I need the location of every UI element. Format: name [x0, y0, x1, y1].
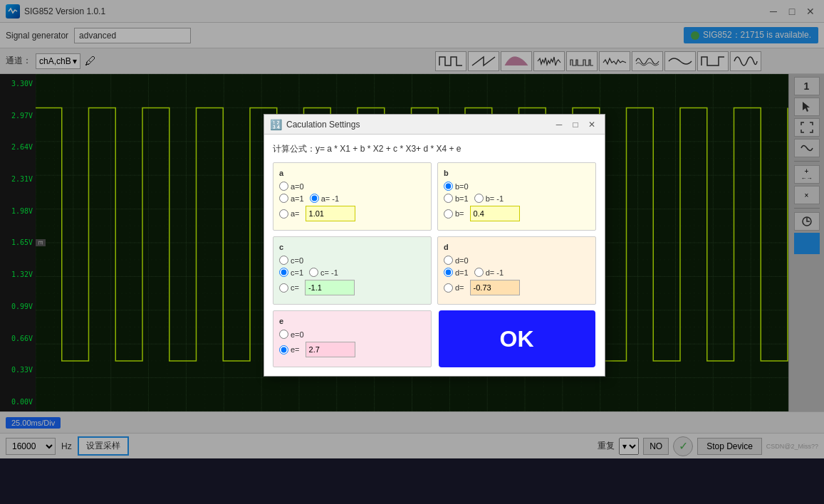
zoom-out-btn[interactable]: × — [794, 186, 820, 204]
param-d-title: d — [444, 243, 590, 251]
param-a-title: a — [279, 169, 425, 177]
check-button[interactable]: ✓ — [673, 436, 693, 456]
y-label-9: 0.33V — [3, 366, 33, 374]
ref-btn[interactable] — [794, 212, 820, 231]
param-a-one-radio[interactable] — [279, 194, 288, 203]
ok-button[interactable]: OK — [439, 310, 595, 367]
param-b-custom-radio[interactable] — [444, 209, 453, 219]
param-a-zero-radio[interactable] — [279, 182, 288, 191]
param-b-custom[interactable]: b= — [444, 209, 464, 219]
param-e-zero[interactable]: e=0 — [279, 330, 304, 339]
dialog-icon: 🔢 — [270, 119, 282, 130]
watermark: CSDN@2_Miss?? — [766, 443, 818, 450]
dialog-maximize-btn[interactable]: □ — [568, 117, 583, 132]
param-c-zero-radio[interactable] — [279, 256, 288, 265]
sine-wave-icon[interactable] — [664, 51, 696, 71]
pulse-wave-icon[interactable] — [566, 51, 598, 71]
param-c-minus-one[interactable]: c= -1 — [309, 268, 338, 277]
param-c-custom[interactable]: c= — [279, 283, 299, 293]
arbitrary-wave-icon[interactable] — [599, 51, 630, 71]
mode-input[interactable] — [74, 28, 191, 43]
dialog-close-btn[interactable]: ✕ — [585, 117, 599, 132]
param-e-zero-radio[interactable] — [279, 330, 288, 339]
app-logo — [6, 4, 20, 19]
pen-icon[interactable]: 🖊 — [85, 55, 96, 68]
param-d-box: d d=0 d=1 d= -1 d= — [437, 236, 596, 305]
formula-text: 计算公式：y= a * X1 + b * X2 + c * X3+ d * X4… — [273, 143, 596, 155]
noise-wave-icon[interactable] — [533, 51, 565, 71]
param-c-minus-radio[interactable] — [309, 268, 318, 277]
param-b-title: b — [444, 169, 590, 177]
param-b-one[interactable]: b=1 — [444, 194, 469, 203]
channel-value: chA,chB — [39, 56, 71, 66]
no-button[interactable]: NO — [643, 438, 669, 455]
param-a-input[interactable] — [306, 206, 355, 221]
close-button[interactable]: ✕ — [803, 4, 818, 19]
main-toolbar: Signal generator SIG852：21715 is availab… — [0, 23, 824, 48]
channel-select[interactable]: chA,chB ▾ — [36, 53, 80, 69]
frequency-select[interactable]: 16000 8000 4000 — [6, 438, 56, 455]
param-d-minus-radio[interactable] — [474, 268, 484, 277]
triangle-wave-icon[interactable] — [501, 51, 532, 71]
window-controls: ─ □ ✕ — [766, 4, 818, 19]
square-pulse-icon[interactable] — [697, 51, 729, 71]
repeat-label: 重复 — [598, 440, 615, 452]
param-b-zero[interactable]: b=0 — [444, 182, 469, 191]
param-d-custom-radio[interactable] — [444, 283, 453, 293]
param-c-one-radio[interactable] — [279, 268, 288, 277]
param-b-minus-radio[interactable] — [474, 194, 484, 203]
zoom-auto-btn[interactable] — [794, 118, 820, 137]
param-c-input[interactable] — [305, 280, 355, 295]
param-a-custom[interactable]: a= — [279, 209, 300, 219]
ramp-wave-icon[interactable] — [468, 51, 499, 71]
param-a-minus-one[interactable]: a= -1 — [310, 194, 339, 203]
param-b-input[interactable] — [470, 206, 520, 221]
param-d-one-radio[interactable] — [444, 268, 453, 277]
zoom-in-btn[interactable]: + ←→ — [794, 165, 820, 184]
y-label-0: 3.30V — [3, 80, 33, 88]
param-a-row2: a=1 a= -1 — [279, 194, 425, 203]
param-c-row1: c=0 — [279, 256, 425, 265]
param-a-minus-radio[interactable] — [310, 194, 319, 203]
channel-toolbar: 通道： chA,chB ▾ 🖊 — [0, 48, 824, 74]
param-e-custom-radio[interactable] — [279, 345, 288, 355]
minimize-button[interactable]: ─ — [766, 4, 781, 19]
param-d-zero-radio[interactable] — [444, 256, 453, 265]
square-wave-icon[interactable] — [435, 51, 466, 71]
param-d-custom[interactable]: d= — [444, 283, 464, 293]
param-e-input[interactable] — [306, 342, 355, 357]
stop-device-button[interactable]: Stop Device — [697, 438, 762, 455]
param-c-custom-radio[interactable] — [279, 283, 288, 293]
param-c-zero[interactable]: c=0 — [279, 256, 303, 265]
param-b-one-radio[interactable] — [444, 194, 453, 203]
param-c-one[interactable]: c=1 — [279, 268, 303, 277]
param-a-custom-radio[interactable] — [279, 209, 288, 219]
maximize-button[interactable]: □ — [784, 4, 800, 19]
set-sample-button[interactable]: 设置采样 — [78, 436, 129, 456]
wave-view-btn[interactable] — [794, 139, 820, 157]
param-b-minus-one[interactable]: b= -1 — [474, 194, 504, 203]
param-a-one[interactable]: a=1 — [279, 194, 304, 203]
param-d-input[interactable] — [470, 280, 520, 295]
param-d-minus-one[interactable]: d= -1 — [474, 268, 504, 277]
dialog-controls: ─ □ ✕ — [552, 117, 599, 132]
cursor-btn[interactable] — [794, 98, 820, 116]
y-label-5: 1.65V — [3, 238, 33, 246]
param-d-one[interactable]: d=1 — [444, 268, 469, 277]
sine-curve-icon[interactable] — [730, 51, 761, 71]
multi-sine-icon[interactable] — [632, 51, 663, 71]
param-a-zero[interactable]: a=0 — [279, 182, 304, 191]
chevron-down-icon: ▾ — [73, 56, 77, 66]
param-d-zero[interactable]: d=0 — [444, 256, 469, 265]
sidebar-number: 1 — [794, 77, 820, 95]
y-axis: 3.30V 2.97V 2.64V 2.31V 1.98V 1.65V 1.32… — [0, 74, 36, 411]
repeat-select[interactable]: ▾ — [619, 438, 639, 455]
param-b-zero-radio[interactable] — [444, 182, 453, 191]
param-e-custom[interactable]: e= — [279, 345, 300, 355]
signal-generator-label: Signal generator — [6, 31, 68, 41]
time-display: 25.00ms/Div — [6, 417, 61, 429]
y-label-4: 1.98V — [3, 207, 33, 215]
dialog-minimize-btn[interactable]: ─ — [552, 117, 566, 132]
y-label-7: 0.99V — [3, 303, 33, 310]
dialog-title-bar: 🔢 Caculation Settings ─ □ ✕ — [264, 115, 605, 135]
